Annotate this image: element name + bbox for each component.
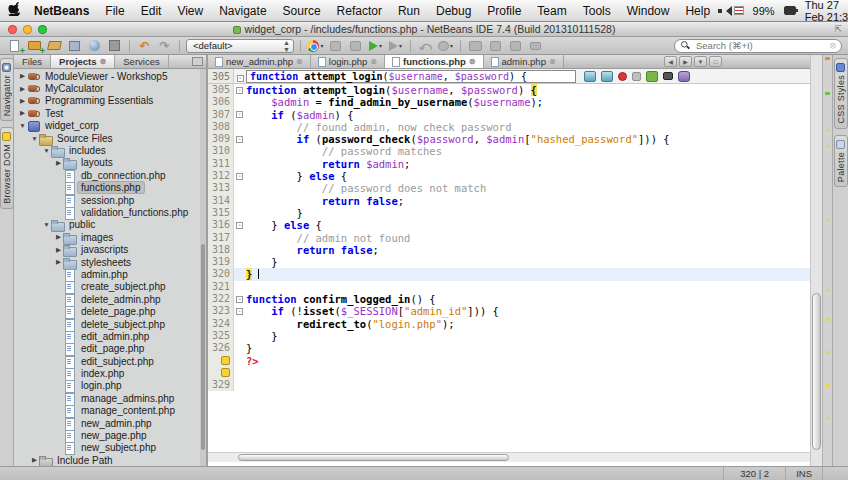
- tree-item[interactable]: ▼Source Files: [14, 132, 200, 144]
- tree-scrollbar[interactable]: [200, 69, 206, 466]
- notifications-button[interactable]: [527, 39, 544, 53]
- editor-tab-functions-php[interactable]: functions.php⊗: [385, 55, 484, 68]
- heap-button[interactable]: [507, 39, 524, 53]
- tree-item[interactable]: functions.php: [14, 182, 200, 194]
- close-tab-icon[interactable]: ⊗: [100, 57, 107, 66]
- battery-icon[interactable]: [784, 6, 796, 15]
- tree-item[interactable]: ▶stylesheets: [14, 256, 200, 268]
- panel-tab-services[interactable]: Services: [115, 55, 168, 68]
- header-fold-icon[interactable]: -: [234, 71, 246, 82]
- tree-item[interactable]: ▶Test: [14, 107, 200, 119]
- tree-expand-icon[interactable]: ▼: [30, 135, 39, 142]
- code-editor[interactable]: 305-function attempt_login($username, $p…: [208, 84, 810, 452]
- tree-item[interactable]: edit_page.php: [14, 343, 200, 355]
- panel-minimize-icon[interactable]: [192, 57, 203, 66]
- input-language-flag-icon[interactable]: [734, 6, 743, 15]
- menu-run[interactable]: Run: [390, 4, 428, 18]
- tree-item[interactable]: ▶Include Path: [14, 454, 200, 466]
- tree-expand-icon[interactable]: ▼: [42, 147, 51, 154]
- menu-profile[interactable]: Profile: [479, 4, 529, 18]
- profile-button[interactable]: ▾: [437, 39, 454, 53]
- configuration-select[interactable]: <default>▲▼: [186, 39, 294, 53]
- panel-tab-projects[interactable]: Projects⊗: [51, 55, 115, 68]
- palette-dock-tab[interactable]: Palette: [834, 135, 848, 187]
- save-all-button[interactable]: [66, 39, 83, 53]
- editor-tab-admin-php[interactable]: admin.php⊗: [484, 55, 564, 68]
- tree-item[interactable]: manage_content.php: [14, 405, 200, 417]
- menu-source[interactable]: Source: [275, 4, 329, 18]
- rerun-button[interactable]: ⤺: [417, 39, 434, 53]
- tree-expand-icon[interactable]: ▶: [18, 97, 27, 105]
- tree-item[interactable]: ▶images: [14, 231, 200, 243]
- fold-collapse-icon[interactable]: -: [236, 173, 243, 180]
- error-stripe-mark[interactable]: [825, 417, 830, 420]
- error-stripe-mark[interactable]: [825, 129, 830, 132]
- tree-expand-icon[interactable]: ▶: [18, 72, 27, 80]
- debug-button[interactable]: ▾: [387, 39, 404, 53]
- error-stripe-mark[interactable]: [825, 384, 830, 387]
- menu-tools[interactable]: Tools: [575, 4, 619, 18]
- volume-icon[interactable]: [718, 6, 725, 16]
- stop-macro-icon[interactable]: [632, 72, 641, 81]
- tree-item[interactable]: edit_subject.php: [14, 355, 200, 367]
- tree-item[interactable]: index.php: [14, 367, 200, 379]
- tree-item[interactable]: ▼public: [14, 219, 200, 231]
- quick-search[interactable]: ⦻: [674, 39, 842, 53]
- new-file-button[interactable]: +: [6, 39, 23, 53]
- tree-expand-icon[interactable]: ▶: [18, 85, 27, 93]
- error-stripe-mark[interactable]: [825, 145, 830, 148]
- tree-item[interactable]: new_subject.php: [14, 442, 200, 454]
- navigator-dock-tab[interactable]: Navigator: [0, 58, 14, 121]
- last-edit-forward-icon[interactable]: [601, 71, 613, 82]
- scroll-tabs-left-button[interactable]: ◀: [664, 56, 677, 67]
- open-project-button[interactable]: [46, 39, 63, 53]
- tree-item[interactable]: validation_functions.php: [14, 206, 200, 218]
- error-stripe-mark[interactable]: [825, 92, 830, 95]
- tree-expand-icon[interactable]: ▶: [54, 159, 63, 167]
- tree-item[interactable]: manage_admins.php: [14, 392, 200, 404]
- tree-item[interactable]: new_page.php: [14, 429, 200, 441]
- error-stripe[interactable]: [822, 55, 832, 466]
- window-titlebar[interactable]: widget_corp - /includes/functions.php - …: [0, 22, 848, 37]
- menubar-clock[interactable]: Thu 27 Feb 21:35: [805, 0, 848, 23]
- tree-item[interactable]: ▼includes: [14, 144, 200, 156]
- vertical-scroll-thumb[interactable]: [812, 293, 821, 449]
- tree-expand-icon[interactable]: ▶: [54, 233, 63, 241]
- menu-view[interactable]: View: [169, 4, 211, 18]
- undo-button[interactable]: ↶: [136, 39, 153, 53]
- tree-expand-icon[interactable]: ▶: [54, 246, 63, 254]
- search-clear-icon[interactable]: ⦻: [830, 40, 836, 51]
- menu-team[interactable]: Team: [529, 4, 574, 18]
- fold-column[interactable]: -: [234, 84, 246, 96]
- fold-collapse-icon[interactable]: -: [236, 308, 243, 315]
- database-icon[interactable]: [678, 71, 690, 82]
- record-macro-icon[interactable]: [618, 72, 627, 81]
- gc-button[interactable]: [487, 39, 504, 53]
- close-tab-icon[interactable]: ⊗: [370, 57, 377, 66]
- tree-item[interactable]: create_subject.php: [14, 281, 200, 293]
- close-tab-icon[interactable]: ⊗: [469, 57, 476, 66]
- browser-select-chrome-icon[interactable]: ▾: [307, 39, 324, 53]
- tree-item[interactable]: new_admin.php: [14, 417, 200, 429]
- menu-refactor[interactable]: Refactor: [329, 4, 390, 18]
- fold-collapse-icon[interactable]: -: [236, 87, 243, 94]
- bookmark-icon[interactable]: [663, 72, 673, 80]
- tree-item[interactable]: session.php: [14, 194, 200, 206]
- preview-icon[interactable]: [86, 39, 103, 53]
- tree-item[interactable]: db_connection.php: [14, 169, 200, 181]
- menu-debug[interactable]: Debug: [428, 4, 479, 18]
- tree-item[interactable]: delete_admin.php: [14, 293, 200, 305]
- panel-tab-files[interactable]: Files: [14, 55, 51, 68]
- insert-mode-indicator[interactable]: INS: [785, 467, 822, 480]
- fold-column[interactable]: -: [234, 219, 246, 231]
- build-button[interactable]: [327, 39, 344, 53]
- editor-tab-new_admin-php[interactable]: new_admin.php⊗: [208, 55, 311, 68]
- tree-expand-icon[interactable]: ▶: [54, 258, 63, 266]
- horizontal-scrollbar[interactable]: [208, 452, 810, 462]
- tree-expand-icon[interactable]: ▶: [18, 109, 27, 117]
- tree-expand-icon[interactable]: ▶: [30, 456, 39, 464]
- fold-column[interactable]: -: [234, 170, 246, 182]
- scroll-tabs-right-button[interactable]: ▶: [679, 56, 692, 67]
- menu-netbeans[interactable]: NetBeans: [26, 4, 97, 18]
- tree-expand-icon[interactable]: ▼: [42, 221, 51, 228]
